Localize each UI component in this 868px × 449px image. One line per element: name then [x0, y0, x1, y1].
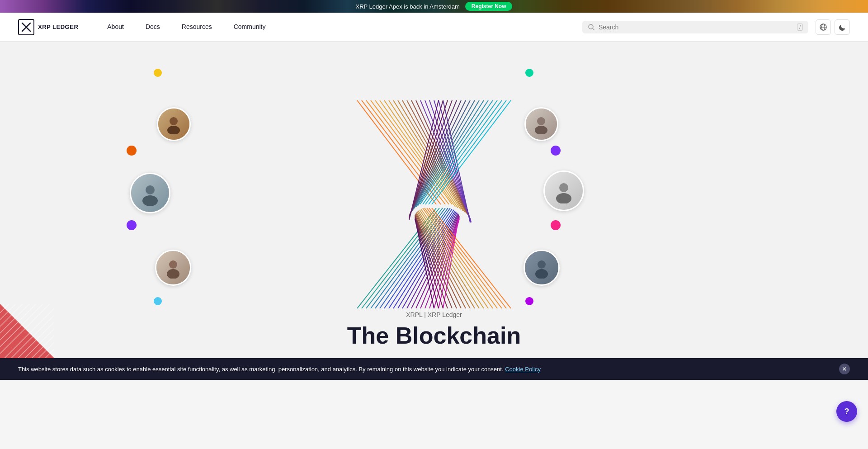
svg-line-75 [425, 208, 497, 308]
svg-point-3 [170, 117, 178, 125]
page-title: The Blockchain [0, 322, 868, 349]
cookie-text: This website stores data such as cookies… [18, 366, 834, 373]
svg-line-35 [432, 100, 511, 204]
avatar-1 [157, 107, 191, 141]
search-shortcut: / [797, 24, 803, 31]
dot-purple-left [127, 220, 137, 230]
svg-line-73 [429, 208, 506, 308]
corner-triangle [0, 304, 54, 358]
avatar-2 [130, 173, 170, 213]
svg-line-85 [415, 216, 452, 308]
top-banner: XRP Ledger Apex is back in Amsterdam Reg… [0, 0, 868, 13]
dot-orange [127, 146, 137, 156]
nav-item-about[interactable]: About [96, 13, 135, 41]
logo-text: XRP LEDGER [38, 24, 78, 30]
globe-button[interactable] [816, 19, 831, 35]
moon-icon [839, 24, 846, 31]
nav-item-resources[interactable]: Resources [171, 13, 223, 41]
svg-point-8 [167, 269, 179, 279]
nav-icons [816, 19, 850, 35]
logo[interactable]: XRP LEDGER [18, 19, 78, 35]
search-input[interactable] [599, 24, 793, 31]
search-icon [588, 24, 595, 31]
dot-yellow [154, 69, 162, 77]
svg-point-5 [146, 185, 155, 194]
page-label: XRPL | XRP Ledger [0, 311, 868, 318]
banner-text: XRP Ledger Apex is back in Amsterdam [356, 3, 460, 10]
svg-point-7 [169, 260, 177, 269]
svg-point-4 [167, 126, 180, 134]
dot-green [525, 69, 533, 77]
xrp-logo-svg [316, 96, 552, 313]
nav-item-docs[interactable]: Docs [135, 13, 171, 41]
globe-icon [819, 23, 827, 31]
nav-items: About Docs Resources Community [96, 13, 276, 41]
svg-point-11 [559, 183, 568, 192]
search-bar[interactable]: / [582, 21, 808, 33]
logo-icon [18, 19, 34, 35]
register-now-button[interactable]: Register Now [465, 2, 513, 11]
cookie-bar: This website stores data such as cookies… [0, 358, 868, 380]
dot-purple-right [551, 146, 561, 156]
svg-point-6 [142, 195, 158, 206]
svg-point-12 [556, 193, 571, 203]
cookie-policy-link[interactable]: Cookie Policy [505, 366, 541, 373]
dot-blue [154, 297, 162, 305]
dark-mode-button[interactable] [835, 19, 850, 35]
cookie-close-button[interactable]: ✕ [839, 364, 850, 374]
main-hero: XRPL | XRP Ledger The Blockchain [0, 42, 868, 358]
dot-pink [551, 220, 561, 230]
avatar-3 [155, 250, 191, 286]
bottom-section: XRPL | XRP Ledger The Blockchain [0, 311, 868, 358]
nav-item-community[interactable]: Community [223, 13, 277, 41]
navbar: XRP LEDGER About Docs Resources Communit… [0, 13, 868, 42]
